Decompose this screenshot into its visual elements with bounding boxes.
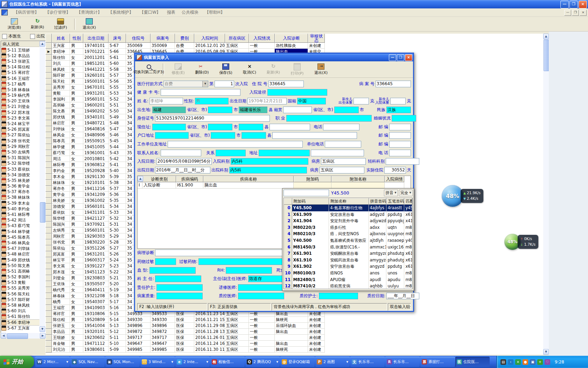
table-cell[interactable]: 349647 (126, 341, 150, 347)
table-cell[interactable]: 19360812 (83, 162, 108, 168)
row-selector-cell[interactable] (46, 180, 52, 186)
table-cell[interactable]: 男 (70, 341, 83, 347)
dialog-field[interactable] (286, 115, 372, 122)
table-cell[interactable]: 男 (70, 239, 83, 245)
table-cell[interactable]: 5-61 (108, 55, 126, 61)
table-cell[interactable]: 19520928 (83, 168, 108, 174)
toolbar-button-C[interactable]: ×取消(C) (238, 62, 261, 77)
dialog-field[interactable]: 2016年__月__日__时__分 (155, 167, 210, 173)
popup-result-row[interactable]: 3M80220/3癌多行性adxxuqtnm80220/ (284, 224, 412, 231)
dialog-field[interactable] (319, 293, 358, 299)
dialog-field[interactable] (334, 107, 359, 113)
dialog-field[interactable]: 五病区 (320, 167, 364, 173)
table-cell[interactable]: 19740101 (83, 43, 108, 49)
column-header[interactable]: 出生日期 (83, 34, 108, 43)
table-cell[interactable]: 19471112 (83, 341, 108, 347)
table-cell[interactable]: 19421127 (83, 216, 108, 222)
table-cell[interactable]: 5-42 (108, 156, 126, 162)
row-selector-cell[interactable] (46, 84, 52, 90)
row-selector-cell[interactable] (46, 233, 52, 239)
table-cell[interactable]: 刘兵 (52, 61, 70, 67)
table-cell[interactable]: 女 (70, 180, 83, 186)
table-cell[interactable]: 郑其富 (52, 251, 70, 257)
row-selector-cell[interactable] (46, 305, 52, 311)
table-cell[interactable]: 350069 (150, 43, 175, 49)
dialog-field[interactable] (386, 158, 419, 165)
table-cell[interactable]: 张书党 (52, 239, 70, 245)
network-icon[interactable]: ▣ (530, 359, 536, 365)
table-cell[interactable]: 五病区 (225, 43, 249, 49)
table-cell[interactable]: 349717 (150, 335, 175, 341)
patient-list-item[interactable]: 5-31 陈国兴 (1, 155, 40, 161)
table-cell[interactable]: 蒋亦冬 (52, 186, 70, 192)
table-cell[interactable]: 李绍坤 (52, 49, 70, 55)
popup-result-row[interactable]: 7X61.901安眠酮故意自毒amtgyzdphsdutgx61.901 (284, 250, 412, 257)
popup-result-row[interactable]: 0Y45.5004-氨基苯酚衍生物4ajbfys4raastty45.500 (284, 205, 412, 211)
table-cell[interactable]: 男 (70, 222, 83, 227)
scroll-up-button[interactable]: ▲ (40, 41, 45, 47)
patient-list-item[interactable]: 5-52 李国利 (1, 274, 40, 280)
table-cell[interactable]: 5-11 (108, 335, 126, 341)
mdi-close-button[interactable]: × (580, 10, 587, 16)
row-selector-cell[interactable] (46, 287, 52, 293)
popup-result-row[interactable]: 10M80100/3癌NOSanosunosm80100/ (284, 270, 412, 277)
toolbar-button-X[interactable]: 退出(X) (309, 62, 332, 77)
column-header[interactable]: 费别 (175, 34, 194, 43)
table-cell[interactable]: 20011201 (83, 55, 108, 61)
popup-result-row[interactable]: 11M82480/1APUD瘤apudlapudum82480/ (284, 277, 412, 283)
table-cell[interactable]: 19830220 (83, 239, 108, 245)
menu-item[interactable]: 【帮助H】 (202, 9, 228, 15)
table-cell[interactable]: 5-24 (108, 257, 126, 263)
table-cell[interactable]: 350069 (126, 43, 150, 49)
table-cell[interactable]: 5-30 (108, 227, 126, 233)
taskbar-button[interactable]: 文长乐市... (350, 357, 385, 367)
dialog-field[interactable] (216, 150, 246, 156)
patient-list-item[interactable]: 5-11 王细娇 (1, 47, 40, 53)
dialog-field[interactable] (226, 267, 272, 274)
table-cell[interactable]: 高弼椿 (52, 102, 70, 108)
taskbar-button[interactable]: ▣SQL Mon... (105, 357, 140, 367)
table-cell[interactable]: 19260101 (83, 73, 108, 79)
patient-list-item[interactable]: 5-21 刘登金 (1, 104, 40, 110)
shield-icon[interactable]: + (537, 359, 543, 365)
table-cell[interactable]: 急性胰腺炎 (275, 43, 308, 49)
patient-list-item[interactable]: 5-13 张碧玉 (1, 59, 40, 64)
menu-item[interactable]: 【病历管理】 (10, 9, 42, 15)
dialog-field[interactable] (259, 150, 310, 156)
patient-list-item[interactable]: 5-40 李灼金 (1, 206, 40, 212)
row-selector-cell[interactable] (46, 257, 52, 263)
row-selector-cell[interactable] (46, 73, 52, 79)
table-cell[interactable]: 陈依仙 (52, 245, 70, 251)
table-cell[interactable]: 杨代秀 (52, 287, 70, 293)
table-cell[interactable]: 男 (70, 96, 83, 102)
table-cell[interactable]: 5-09 (108, 347, 126, 353)
menu-item[interactable]: 公共模块 (178, 9, 202, 15)
taskbar-button[interactable]: R长乐市... (385, 357, 420, 367)
table-cell[interactable]: 女 (70, 132, 83, 138)
row-selector-cell[interactable] (46, 222, 52, 227)
dialog-field[interactable] (161, 150, 201, 156)
patient-list[interactable]: 5-11 王细娇5-12 李品品5-13 张碧玉5-14 陈信程5-15 蒋祥官… (1, 47, 40, 332)
table-cell[interactable]: 5-27 (108, 245, 126, 251)
column-header[interactable]: 所在病区 (225, 34, 249, 43)
dialog-field[interactable] (161, 89, 240, 96)
patient-list-item[interactable]: 5-51 高弼椿 (1, 268, 40, 274)
table-cell[interactable]: 19931201 (83, 90, 108, 96)
match-mode-combo[interactable]: 完全▼ (399, 190, 413, 196)
patient-list-item[interactable]: 5-49 郑伏钱 (1, 257, 40, 263)
table-cell[interactable]: 19701221 (83, 49, 108, 55)
table-cell[interactable]: 5-10 (108, 341, 126, 347)
table-cell[interactable]: 医保 (175, 335, 194, 341)
table-cell[interactable]: 男 (70, 79, 83, 84)
table-cell[interactable]: 女 (70, 84, 83, 90)
row-selector-cell[interactable] (46, 67, 52, 73)
grid-scroll-up-button[interactable]: ▲ (138, 176, 143, 182)
table-cell[interactable]: 刘华妹 (52, 126, 70, 132)
patient-list-item[interactable]: 5-24 林宝平 (1, 121, 40, 127)
table-cell[interactable]: 5-56 (108, 79, 126, 84)
table-cell[interactable]: 5-17 (108, 299, 126, 305)
table-cell[interactable]: 349647 (150, 341, 175, 347)
row-selector-cell[interactable] (46, 227, 52, 233)
table-cell[interactable]: 19380601 (83, 347, 108, 353)
grid-cell[interactable]: I61.900 (176, 182, 203, 189)
